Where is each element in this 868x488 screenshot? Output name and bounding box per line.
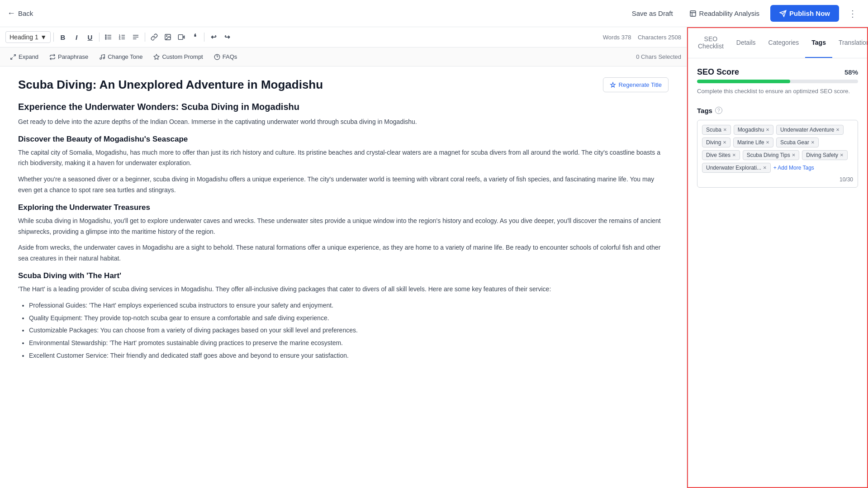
svg-point-25 <box>103 57 105 58</box>
quote-button[interactable]: ❛ <box>189 31 201 43</box>
align-icon <box>132 33 139 41</box>
ordered-list-button[interactable]: 1.2.3. <box>116 31 128 43</box>
tags-info-icon[interactable]: ? <box>715 107 722 114</box>
svg-point-8 <box>105 38 106 39</box>
faqs-icon <box>214 54 220 60</box>
tag-chip-scuba: Scuba × <box>702 125 731 135</box>
tag-remove-mogadishu[interactable]: × <box>766 127 769 133</box>
tag-chip-diving-safety: Diving Safety × <box>802 150 847 160</box>
toolbar-divider-4 <box>204 33 204 42</box>
image-icon <box>164 33 171 41</box>
svg-point-6 <box>105 35 106 36</box>
tab-translations[interactable]: Translations <box>832 28 868 58</box>
tag-remove-diving-safety[interactable]: × <box>840 152 844 158</box>
underline-button[interactable]: U <box>84 31 96 43</box>
video-icon <box>178 33 185 41</box>
tab-tags[interactable]: Tags <box>805 28 832 58</box>
right-panel: SEO Checklist Details Categories Tags Tr… <box>687 27 868 488</box>
heading-select[interactable]: Heading 1 ▼ <box>5 31 51 43</box>
heading-select-label: Heading 1 <box>9 33 38 41</box>
editor-content[interactable]: Scuba Diving: An Unexplored Adventure in… <box>0 66 687 488</box>
publish-button[interactable]: Publish Now <box>770 5 839 22</box>
tag-text: Diving <box>706 139 721 146</box>
image-button[interactable] <box>161 31 174 43</box>
section-heading-4: Scuba Diving with 'The Hart' <box>18 271 669 280</box>
top-bar: ← Back Save as Draft Readability Analysi… <box>0 0 868 27</box>
link-button[interactable] <box>148 31 161 43</box>
custom-prompt-button[interactable]: Custom Prompt <box>149 51 207 62</box>
article-title-row: Scuba Diving: An Unexplored Adventure in… <box>18 77 669 93</box>
tone-icon <box>99 54 105 60</box>
list-item: Customizable Packages: You can choose fr… <box>29 325 669 336</box>
tab-seo-checklist[interactable]: SEO Checklist <box>692 28 730 58</box>
chevron-down-icon: ▼ <box>40 33 47 41</box>
section-para-3: Whether you're a seasoned diver or a beg… <box>18 174 669 196</box>
seo-score-title: SEO Score <box>697 67 739 77</box>
italic-button[interactable]: I <box>70 31 83 43</box>
bold-button[interactable]: B <box>57 31 69 43</box>
bullet-list-button[interactable] <box>102 31 115 43</box>
tag-chip-dive-sites: Dive Sites × <box>702 150 740 160</box>
add-more-tags-button[interactable]: + Add More Tags <box>773 163 814 173</box>
tag-text: Diving Safety <box>806 152 838 158</box>
save-draft-button[interactable]: Save as Draft <box>626 6 678 21</box>
back-arrow-icon: ← <box>7 9 15 18</box>
tag-remove-scuba-diving-tips[interactable]: × <box>792 152 796 158</box>
tags-label: Tags <box>697 107 712 114</box>
tab-details[interactable]: Details <box>730 28 762 58</box>
seo-progress-fill <box>697 80 790 83</box>
svg-rect-0 <box>690 11 696 16</box>
ordered-list-icon: 1.2.3. <box>119 33 126 41</box>
list-item: Excellent Customer Service: Their friend… <box>29 351 669 361</box>
chars-selected-label: 0 Chars Selected <box>636 53 681 60</box>
paraphrase-icon <box>49 54 56 60</box>
regenerate-title-button[interactable]: Regenerate Title <box>603 77 669 92</box>
section-para-4: While scuba diving in Mogadishu, you'll … <box>18 216 669 237</box>
redo-button[interactable]: ↪ <box>221 31 233 43</box>
tag-chip-mogadishu: Mogadishu × <box>734 125 773 135</box>
section-heading-2: Discover the Beauty of Mogadishu's Seasc… <box>18 135 669 144</box>
tab-categories[interactable]: Categories <box>762 28 806 58</box>
tag-remove-underwater-explorati[interactable]: × <box>763 165 767 171</box>
list-item: Environmental Stewardship: 'The Hart' pr… <box>29 338 669 349</box>
change-tone-button[interactable]: Change Tone <box>95 51 147 62</box>
expand-button[interactable]: Expand <box>5 51 43 62</box>
paraphrase-button[interactable]: Paraphrase <box>45 51 93 62</box>
tag-chip-diving: Diving × <box>702 137 730 147</box>
back-link[interactable]: ← Back <box>7 9 33 18</box>
chart-icon <box>689 10 697 17</box>
readability-button[interactable]: Readability Analysis <box>684 6 765 21</box>
section-heading-1: Experience the Underwater Wonders: Scuba… <box>18 102 669 112</box>
tag-remove-scuba-gear[interactable]: × <box>811 139 815 145</box>
more-options-button[interactable]: ⋮ <box>844 6 861 21</box>
tag-remove-marine-life[interactable]: × <box>766 139 769 145</box>
faqs-button[interactable]: FAQs <box>209 51 242 62</box>
seo-progress-bar <box>697 80 858 83</box>
seo-score-percent: 58% <box>844 68 858 76</box>
tag-remove-diving[interactable]: × <box>723 139 726 145</box>
tag-remove-underwater-adventure[interactable]: × <box>836 127 840 133</box>
undo-button[interactable]: ↩ <box>207 31 220 43</box>
tag-chip-scuba-diving-tips: Scuba Diving Tips × <box>743 150 800 160</box>
svg-text:3.: 3. <box>119 38 121 40</box>
top-bar-left: ← Back <box>7 9 33 18</box>
sparkle-icon <box>610 82 616 88</box>
tag-chip-underwater-explorati: Underwater Explorati... × <box>702 163 771 173</box>
bullet-list-icon <box>105 33 112 41</box>
list-item: Professional Guides: 'The Hart' employs … <box>29 300 669 311</box>
section-para-2: The capital city of Somalia, Mogadishu, … <box>18 147 669 169</box>
tag-remove-dive-sites[interactable]: × <box>732 152 736 158</box>
ai-tools-bar: Expand Paraphrase Change Tone Custom Pro… <box>0 47 687 66</box>
tag-text: Underwater Explorati... <box>706 165 761 171</box>
panel-tabs: SEO Checklist Details Categories Tags Tr… <box>688 28 867 58</box>
readability-label: Readability Analysis <box>699 9 759 17</box>
align-button[interactable] <box>129 31 142 43</box>
seo-score-section: SEO Score 58% Complete this checklist to… <box>697 67 858 96</box>
custom-prompt-icon <box>153 54 160 60</box>
word-count-label: Words 378 <box>603 34 631 41</box>
tag-chip-underwater-adventure: Underwater Adventure × <box>776 125 844 135</box>
tag-remove-scuba[interactable]: × <box>723 127 727 133</box>
video-button[interactable] <box>175 31 188 43</box>
tag-text: Scuba <box>706 127 721 133</box>
send-icon <box>779 10 787 17</box>
